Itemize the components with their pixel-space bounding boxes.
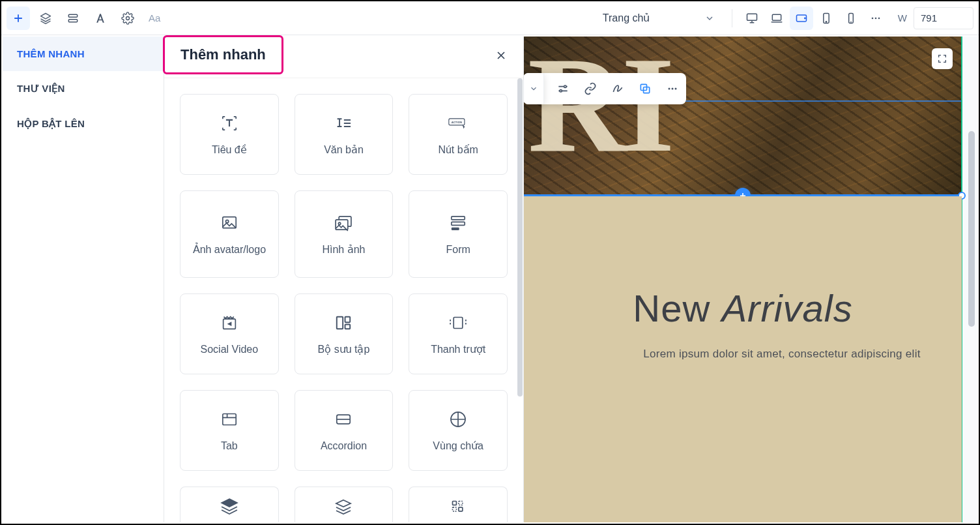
canvas-width-input[interactable]	[914, 7, 973, 29]
element-floating-toolbar	[524, 73, 686, 104]
video-icon	[218, 312, 240, 334]
more-devices-button[interactable]	[864, 7, 887, 30]
element-card-collection[interactable]: Bộ sưu tập	[295, 293, 394, 374]
svg-point-41	[675, 88, 677, 90]
settings-sliders-button[interactable]	[549, 73, 577, 104]
sidebar-tab-popup[interactable]: HỘP BẬT LÊN	[3, 106, 164, 142]
images-icon	[332, 212, 354, 234]
element-card-layers-solid[interactable]	[180, 487, 279, 522]
mobile-device-button[interactable]	[839, 7, 863, 30]
element-card-avatar-logo[interactable]: Ảnh avatar/logo	[180, 190, 279, 278]
element-card-accordion[interactable]: Accordion	[295, 390, 394, 471]
card-label: Văn bản	[319, 143, 369, 157]
tablet-landscape-device-button[interactable]	[790, 7, 813, 30]
svg-rect-25	[345, 316, 351, 322]
svg-rect-3	[747, 14, 757, 20]
element-card-button[interactable]: ACTION Nút bấm	[409, 94, 508, 175]
svg-point-2	[126, 16, 130, 20]
element-card-tab[interactable]: Tab	[180, 390, 279, 471]
svg-point-11	[874, 17, 876, 19]
element-card-images[interactable]: Hình ảnh	[295, 190, 394, 278]
svg-rect-26	[345, 324, 351, 329]
card-label: Bộ sưu tập	[313, 343, 375, 357]
laptop-device-button[interactable]	[765, 7, 788, 30]
svg-point-35	[564, 85, 566, 87]
page-selector-label: Trang chủ	[603, 12, 650, 24]
svg-rect-33	[453, 507, 457, 511]
svg-point-10	[871, 17, 873, 19]
duplicate-button[interactable]	[631, 73, 659, 104]
more-options-button[interactable]	[659, 73, 686, 104]
svg-rect-31	[453, 501, 457, 505]
section-subtitle: Lorem ipsum dolor sit amet, consectetur …	[565, 348, 921, 361]
card-label: Form	[441, 243, 476, 257]
left-sidebar: THÊM NHANH THƯ VIỆN HỘP BẬT LÊN	[3, 37, 164, 522]
element-card-container[interactable]: Vùng chứa	[409, 390, 508, 471]
add-element-button[interactable]	[7, 7, 30, 30]
image-icon	[218, 212, 240, 234]
hero-section[interactable]: RI	[524, 37, 962, 196]
desktop-device-button[interactable]	[740, 7, 764, 30]
svg-rect-1	[68, 19, 77, 22]
card-label: Accordion	[315, 440, 372, 453]
panel-close-button[interactable]	[495, 49, 508, 66]
settings-button[interactable]	[116, 7, 139, 30]
card-label: Hình ảnh	[317, 243, 370, 257]
container-icon	[447, 408, 469, 430]
floating-toolbar-dropdown[interactable]	[524, 73, 544, 104]
divider	[732, 9, 732, 27]
svg-point-40	[672, 88, 674, 90]
svg-rect-34	[459, 507, 463, 511]
canvas-inner[interactable]: RI	[524, 37, 962, 522]
element-card-social-video[interactable]: Social Video	[180, 293, 279, 374]
top-toolbar: Aa Trang chủ W	[1, 1, 979, 35]
svg-point-8	[826, 21, 826, 22]
add-element-panel: Thêm nhanh Tiêu đề Văn bản ACTION Nút bấ…	[164, 37, 524, 522]
element-card-grid-scan[interactable]	[409, 487, 508, 522]
page-selector[interactable]: Trang chủ	[594, 7, 724, 30]
svg-point-16	[225, 220, 228, 222]
panel-title: Thêm nhanh	[163, 35, 283, 74]
element-card-text[interactable]: Văn bản	[295, 94, 394, 175]
card-label: Social Video	[195, 343, 264, 357]
sections-button[interactable]	[61, 7, 85, 30]
fullscreen-button[interactable]	[932, 48, 953, 69]
hero-text-fragment: RI	[528, 50, 669, 159]
animation-button[interactable]	[604, 73, 631, 104]
canvas-scrollbar-thumb[interactable]	[968, 131, 975, 327]
link-button[interactable]	[577, 73, 604, 104]
tablet-portrait-device-button[interactable]	[814, 7, 838, 30]
title-part1: New	[633, 287, 721, 329]
svg-rect-32	[459, 501, 463, 505]
svg-rect-24	[337, 316, 343, 329]
element-card-heading[interactable]: Tiêu đề	[180, 94, 279, 175]
card-label: Vùng chứa	[427, 440, 489, 453]
element-card-slider[interactable]: Thanh trượt	[409, 293, 508, 374]
card-label: Tab	[216, 440, 243, 453]
svg-rect-27	[454, 317, 463, 328]
svg-rect-28	[223, 413, 236, 425]
sidebar-tab-library[interactable]: THƯ VIỆN	[3, 71, 164, 106]
svg-text:ACTION: ACTION	[452, 121, 462, 124]
svg-rect-4	[772, 14, 781, 20]
canvas-area: RI	[524, 37, 977, 522]
layers-button[interactable]	[34, 7, 57, 30]
svg-point-36	[560, 90, 562, 92]
element-card-form[interactable]: Form	[409, 190, 508, 278]
svg-rect-20	[452, 216, 465, 219]
card-label: Thanh trượt	[425, 343, 491, 357]
chevron-down-icon	[704, 13, 715, 23]
svg-point-6	[805, 18, 805, 18]
typography-button[interactable]	[89, 7, 112, 30]
new-arrivals-section[interactable]: New Arrivals Lorem ipsum dolor sit amet,…	[524, 196, 962, 522]
panel-scrollbar-thumb[interactable]	[517, 78, 523, 397]
section-title: New Arrivals	[633, 286, 853, 331]
width-label: W	[898, 12, 907, 23]
tab-icon	[218, 408, 240, 430]
collection-icon	[332, 312, 354, 334]
svg-rect-22	[452, 227, 459, 230]
svg-point-12	[878, 17, 880, 19]
element-card-layers-outline[interactable]	[295, 487, 394, 522]
sidebar-tab-quick-add[interactable]: THÊM NHANH	[3, 37, 164, 71]
accordion-icon	[332, 408, 354, 430]
